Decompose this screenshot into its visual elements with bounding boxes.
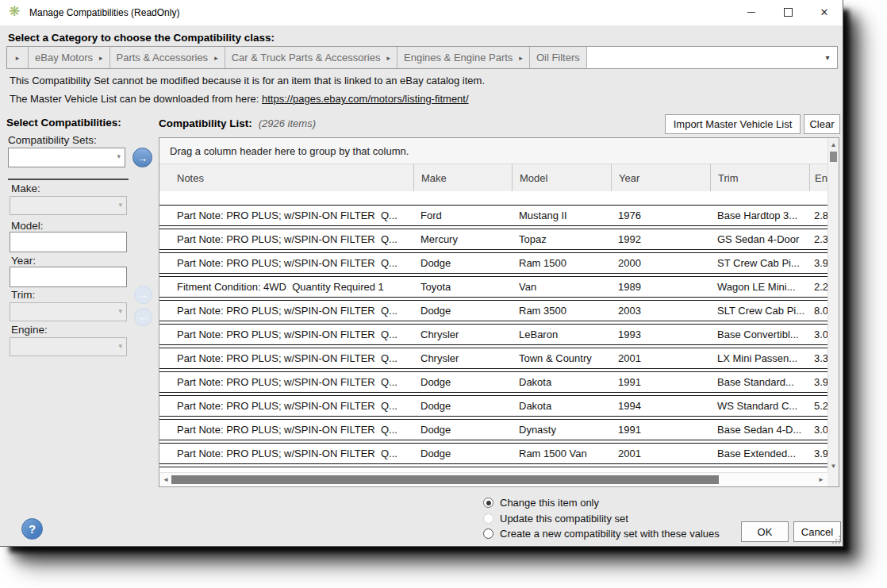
breadcrumb-item-label: Car & Truck Parts & Accessories bbox=[232, 52, 381, 63]
cell-make: Toyota bbox=[413, 281, 512, 293]
radio-label: Update this compatibility set bbox=[500, 513, 628, 525]
breadcrumb-root-arrow-icon[interactable]: ▸ bbox=[7, 47, 29, 68]
scroll-left-button[interactable]: ◄ bbox=[161, 475, 171, 485]
cell-trim: SLT Crew Cab Pi... bbox=[710, 305, 809, 317]
breadcrumb-arrow-icon[interactable]: ▸ bbox=[99, 54, 103, 62]
radio-option-2[interactable]: Update this compatibility set bbox=[483, 511, 720, 527]
cell-model: Topaz bbox=[512, 233, 611, 245]
scroll-down-button[interactable]: ▼ bbox=[828, 460, 839, 471]
ok-button[interactable]: OK bbox=[741, 521, 789, 542]
engine-combobox[interactable]: ▾ bbox=[10, 337, 127, 356]
column-header-year[interactable]: Year bbox=[611, 164, 710, 191]
radio-button-icon[interactable] bbox=[483, 513, 493, 524]
radio-option-1[interactable]: Change this item only bbox=[483, 495, 720, 511]
v-scrollbar[interactable]: ▲ ▼ bbox=[827, 138, 839, 472]
compatibility-list-title: Compatibility List: bbox=[159, 117, 252, 129]
breadcrumb-bar[interactable]: ▸ eBay Motors▸Parts & Accessories▸Car & … bbox=[6, 46, 838, 69]
cell-engine: 3.0 bbox=[809, 424, 827, 436]
cell-trim: Wagon LE Mini... bbox=[710, 281, 809, 293]
scroll-up-button[interactable]: ▲ bbox=[828, 139, 839, 150]
breadcrumb-item[interactable]: Engines & Engine Parts▸ bbox=[397, 47, 530, 68]
cell-notes: Part Note: PRO PLUS; w/SPIN-ON FILTER Q.… bbox=[159, 376, 413, 388]
breadcrumb-item[interactable]: Car & Truck Parts & Accessories▸ bbox=[225, 47, 397, 68]
make-combobox[interactable]: ▾ bbox=[10, 196, 127, 215]
column-header-engine[interactable]: Engine bbox=[809, 164, 827, 191]
dropdown-arrow-icon: ▾ bbox=[118, 307, 122, 315]
table-row[interactable]: Part Note: PRO PLUS; w/SPIN-ON FILTER Q.… bbox=[159, 395, 827, 417]
radio-option-3[interactable]: Create a new compatibility set with thes… bbox=[483, 526, 720, 542]
cell-year: 1976 bbox=[611, 209, 710, 221]
v-scroll-thumb[interactable] bbox=[830, 152, 837, 162]
cell-notes: Part Note: PRO PLUS; w/SPIN-ON FILTER Q.… bbox=[159, 209, 413, 221]
breadcrumb-dropdown-button[interactable]: ▾ bbox=[818, 47, 837, 68]
master-list-link[interactable]: https://pages.ebay.com/motors/listing-fi… bbox=[262, 93, 469, 105]
cell-make: Dodge bbox=[413, 400, 512, 412]
import-master-vehicle-list-button[interactable]: Import Master Vehicle List bbox=[665, 114, 801, 134]
column-header-make[interactable]: Make bbox=[413, 164, 512, 191]
cell-make: Dodge bbox=[413, 376, 512, 388]
trim-combobox[interactable]: ▾ bbox=[10, 302, 127, 321]
breadcrumb-input[interactable] bbox=[587, 47, 818, 68]
minimize-button[interactable] bbox=[733, 0, 770, 25]
cell-model: Ram 1500 bbox=[512, 257, 611, 269]
table-row[interactable]: Part Note: PRO PLUS; w/SPIN-ON FILTER Q.… bbox=[159, 324, 827, 345]
group-by-bar[interactable]: Drag a column header here to group by th… bbox=[159, 138, 827, 163]
help-button[interactable]: ? bbox=[21, 518, 43, 540]
cell-trim: Base Extended... bbox=[710, 448, 809, 459]
scroll-right-button[interactable]: ► bbox=[816, 475, 826, 485]
table-row[interactable]: Part Note: PRO PLUS; w/SPIN-ON FILTER Q.… bbox=[159, 205, 827, 226]
breadcrumb-item[interactable]: eBay Motors▸ bbox=[29, 47, 110, 68]
h-scrollbar[interactable]: ◄ ► bbox=[159, 472, 829, 486]
model-input[interactable] bbox=[10, 232, 127, 252]
radio-button-icon[interactable] bbox=[483, 498, 493, 508]
table-row[interactable]: Part Note: PRO PLUS; w/SPIN-ON FILTER Q.… bbox=[159, 229, 827, 250]
cell-notes: Part Note: PRO PLUS; w/SPIN-ON FILTER Q.… bbox=[159, 233, 413, 245]
cell-engine: 3.9 bbox=[809, 448, 827, 459]
cell-year: 1991 bbox=[611, 376, 710, 388]
dropdown-arrow-icon: ▾ bbox=[117, 152, 121, 160]
cell-year: 2003 bbox=[611, 305, 710, 317]
h-scroll-thumb[interactable] bbox=[171, 475, 719, 484]
table-row[interactable]: Fitment Condition: 4WD Quantity Required… bbox=[159, 276, 827, 298]
breadcrumb-arrow-icon[interactable]: ▸ bbox=[387, 54, 391, 62]
table-row[interactable]: Part Note: PRO PLUS; w/SPIN-ON FILTER Q.… bbox=[159, 443, 827, 464]
close-button[interactable]: ✕ bbox=[806, 0, 843, 25]
breadcrumb-item[interactable]: Oil Filters bbox=[530, 47, 587, 68]
table-row[interactable]: Part Note: PRO PLUS; w/SPIN-ON FILTER Q.… bbox=[159, 371, 827, 393]
transfer-right-button[interactable]: → bbox=[132, 148, 152, 167]
breadcrumb-item-label: eBay Motors bbox=[35, 52, 93, 63]
compatibility-sets-combobox[interactable]: ▾ bbox=[8, 148, 125, 167]
cell-notes: Part Note: PRO PLUS; w/SPIN-ON FILTER Q.… bbox=[159, 305, 413, 317]
maximize-button[interactable] bbox=[770, 0, 806, 25]
cell-trim: Base Sedan 4-D... bbox=[710, 424, 809, 436]
clear-button[interactable]: Clear bbox=[804, 114, 840, 134]
table-row[interactable]: Part Note: PRO PLUS; w/SPIN-ON FILTER Q.… bbox=[159, 419, 827, 440]
app-icon: ❋ bbox=[9, 4, 20, 20]
breadcrumb-arrow-icon[interactable]: ▸ bbox=[519, 54, 523, 62]
cell-make: Chrysler bbox=[413, 329, 512, 340]
column-header-trim[interactable]: Trim bbox=[710, 164, 809, 191]
cell-year: 1989 bbox=[611, 281, 710, 293]
table-row[interactable]: Part Note: PRO PLUS; w/SPIN-ON FILTER Q.… bbox=[159, 348, 827, 369]
dropdown-arrow-icon: ▾ bbox=[118, 342, 122, 350]
cell-model: Van bbox=[512, 281, 611, 293]
cell-engine: 8.0 bbox=[809, 305, 827, 317]
column-header-notes[interactable]: Notes bbox=[159, 164, 413, 191]
cell-year: 2000 bbox=[611, 257, 710, 269]
year-input[interactable] bbox=[10, 267, 127, 287]
cell-model: Ram 1500 Van bbox=[512, 448, 611, 459]
breadcrumb-item[interactable]: Parts & Accessories▸ bbox=[110, 47, 225, 68]
table-row[interactable]: Part Note: PRO PLUS; w/SPIN-ON FILTER Q.… bbox=[159, 252, 827, 274]
radio-group: Change this item onlyUpdate this compati… bbox=[483, 495, 720, 542]
year-label: Year: bbox=[11, 255, 36, 267]
select-compatibilities-heading: Select Compatibilities: bbox=[6, 117, 121, 129]
transfer-left-button-disabled[interactable]: ← bbox=[134, 308, 152, 326]
transfer-right-button-disabled[interactable]: → bbox=[134, 286, 152, 304]
resize-grip[interactable] bbox=[832, 536, 840, 544]
table-row[interactable]: Part Note: PRO PLUS; w/SPIN-ON FILTER Q.… bbox=[159, 300, 827, 321]
group-by-hint: Drag a column header here to group by th… bbox=[170, 145, 409, 157]
breadcrumb-arrow-icon[interactable]: ▸ bbox=[214, 54, 218, 62]
radio-button-icon[interactable] bbox=[483, 528, 493, 539]
cell-model: Ram 3500 bbox=[512, 305, 611, 317]
column-header-model[interactable]: Model bbox=[512, 164, 611, 191]
